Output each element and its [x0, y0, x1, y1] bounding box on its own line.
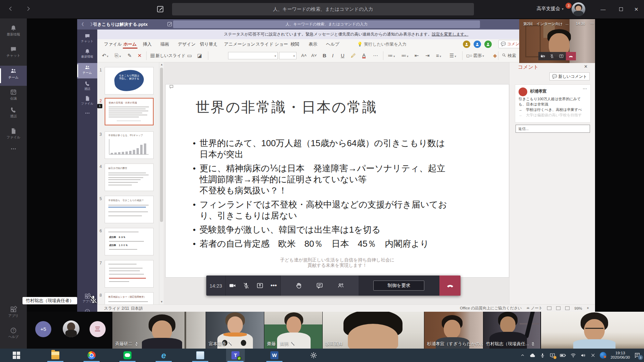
indent-button[interactable]: ⇥ [425, 52, 430, 60]
quality-link[interactable]: Office の品質向上にご協力ください [460, 306, 522, 311]
grid-view-icon[interactable] [556, 306, 560, 310]
sidebar-item-activity[interactable]: 最新情報 [0, 24, 27, 44]
comment-card[interactable]: 杉浦孝宣 ⋯ 引きこもり100万人超は世界的にみて も、日本は非常識 → 学校は… [515, 84, 591, 123]
org-switcher[interactable]: 高卒支援会▾ [537, 6, 564, 12]
participant-tile[interactable]: 竹村聡志（現場責任... [483, 312, 540, 349]
start-button[interactable] [7, 349, 26, 362]
taskbar-word[interactable]: W [265, 349, 284, 362]
sidebar-item-calls[interactable]: 通話 [77, 80, 97, 95]
bold-button[interactable]: B [323, 52, 326, 60]
font-color-button[interactable]: A [362, 52, 366, 58]
sidebar-item-files[interactable]: ファイル [77, 95, 97, 110]
hangup-button[interactable] [439, 276, 461, 296]
sidebar-item-calls[interactable]: 通話 [0, 106, 27, 126]
shape-fill-button[interactable]: ◆ [493, 52, 497, 60]
presence-avatar[interactable] [463, 41, 470, 48]
tray-mic-icon[interactable] [540, 353, 545, 358]
new-chat-icon[interactable] [156, 5, 165, 13]
close-icon[interactable]: ✕ [584, 64, 588, 69]
grow-font-button[interactable]: A˄ [301, 52, 307, 60]
camera-off-icon[interactable] [538, 54, 547, 59]
sidebar-item-activity[interactable]: 最新情報 [77, 48, 97, 63]
reply-input[interactable]: 返信... [516, 125, 590, 133]
paste-button[interactable]: ⎘▾ [115, 52, 121, 60]
tab-home[interactable]: ホーム [123, 39, 137, 49]
slide-thumbnail-8[interactable]: 教育相談センター（適応指導教室） [105, 292, 154, 304]
new-comment-button[interactable]: 💬新しいコメント [549, 72, 590, 80]
slide-thumbnail-4[interactable]: 線引き行政の弊害 [105, 164, 154, 191]
tab-file[interactable]: ファイル [104, 39, 122, 49]
participant-tile[interactable]: 齋藤 輝男 [264, 312, 322, 349]
hangup-button[interactable] [566, 52, 576, 60]
sidebar-item-teams[interactable]: チーム [0, 66, 27, 86]
reset-button[interactable]: ◪ [197, 52, 202, 60]
mic-off-icon[interactable] [547, 54, 556, 59]
slide[interactable]: 世界の非常識・日本の常識 世界的にみて、100万人超（15歳から64歳）の引きこ… [166, 84, 509, 277]
change-settings-link[interactable]: 設定を変更します。 [432, 32, 468, 37]
action-center-icon[interactable]: 3 [634, 352, 641, 359]
taskbar-notepad[interactable] [191, 349, 210, 362]
highlight-button[interactable]: 🖉 [351, 52, 356, 60]
taskbar-line-app[interactable] [118, 349, 137, 362]
thumbnail-scrollbar[interactable]: ▲ ▼ [159, 62, 164, 304]
share-button[interactable] [253, 282, 267, 289]
taskbar-settings[interactable] [304, 349, 323, 362]
sidebar-item-chat[interactable]: チャット [0, 46, 27, 65]
fit-slide-icon[interactable]: ⌖ [587, 306, 589, 310]
presence-avatar[interactable] [474, 41, 481, 48]
italic-button[interactable]: I [332, 52, 333, 60]
scroll-down-icon[interactable]: ▼ [159, 300, 164, 304]
participant-tile[interactable]: 斉藤研二 [112, 312, 206, 349]
onedrive-icon[interactable] [529, 352, 536, 359]
tray-volume-icon[interactable] [580, 352, 586, 358]
overflow-participants-badge[interactable]: +5 [35, 321, 51, 337]
share-icon[interactable] [557, 54, 566, 59]
layout-button[interactable]: ▭ [187, 52, 192, 60]
sidebar-item-help[interactable]: ヘルプ [0, 327, 27, 346]
tray-display-icon[interactable] [549, 352, 555, 358]
participant-tile[interactable] [541, 312, 644, 349]
tray-wifi-icon[interactable] [570, 352, 576, 358]
font-name-select[interactable]: ▾ [228, 52, 278, 59]
sidebar-more-icon[interactable] [0, 145, 27, 165]
close-button[interactable]: ✕ [629, 0, 644, 18]
avatar[interactable] [572, 2, 585, 16]
align-button[interactable]: ☰▾ [449, 52, 456, 60]
request-control-button[interactable]: 制御を要求 [373, 281, 424, 291]
find-button[interactable]: 検索 [501, 52, 516, 60]
participant-tile[interactable]: 宮本陽香 [206, 312, 264, 349]
shrink-font-button[interactable]: A˅ [311, 52, 317, 60]
slide-thumbnail-6[interactable]: 成功率 ８９％ 成功率 １００％ [105, 228, 154, 255]
mic-off-button[interactable] [239, 282, 253, 289]
tell-me-box[interactable]: 💡実行したい作業を入力 [357, 39, 407, 49]
new-slide-button[interactable]: ▦ 新しいスライド [150, 51, 185, 60]
comment-marker-icon[interactable] [169, 84, 174, 89]
underline-button[interactable]: U [341, 52, 344, 60]
search-input[interactable]: 人、キーワードの検索、またはコマンドの入力 [173, 20, 480, 28]
taskbar-file-explorer[interactable] [46, 349, 65, 362]
minimize-icon[interactable]: — [590, 21, 594, 25]
back-icon[interactable]: ❮ [81, 22, 84, 26]
outdent-button[interactable]: ⇤ [415, 52, 419, 60]
forward-icon[interactable] [25, 5, 32, 12]
tray-network-icon[interactable] [600, 352, 606, 359]
taskbar-chrome[interactable] [82, 349, 101, 362]
sidebar-item-files[interactable]: ファイル [0, 127, 27, 147]
tab-draw[interactable]: 描画 [160, 39, 169, 49]
self-video-window[interactable]: 第2回 インターン向け ... 14:30 — [519, 19, 595, 63]
comment-menu-icon[interactable]: ⋯ [583, 86, 587, 91]
taskbar-internet-explorer[interactable]: e [154, 349, 173, 362]
more-icon[interactable]: ... [566, 21, 569, 25]
tray-close-icon[interactable] [590, 353, 596, 358]
more-fonts-icon[interactable]: ⋯ [373, 52, 378, 60]
slide-thumbnail-1[interactable]: 引きこもり問題は予防し、解決する [105, 67, 154, 95]
search-input[interactable]: 人、キーワードの検索、またはコマンドの入力 [172, 3, 474, 15]
participants-button[interactable] [337, 282, 344, 289]
line-spacing-button[interactable]: ≡▾ [436, 52, 441, 60]
more-actions-button[interactable]: ••• [267, 282, 281, 289]
notes-button[interactable]: ≐ ノート [527, 306, 543, 311]
sidebar-item-meetings[interactable]: 会議 [0, 88, 27, 108]
tab-design[interactable]: デザイン [178, 39, 196, 49]
undo-button[interactable]: ↶▾ [102, 52, 108, 60]
participant-avatar[interactable]: 三 [90, 321, 106, 337]
